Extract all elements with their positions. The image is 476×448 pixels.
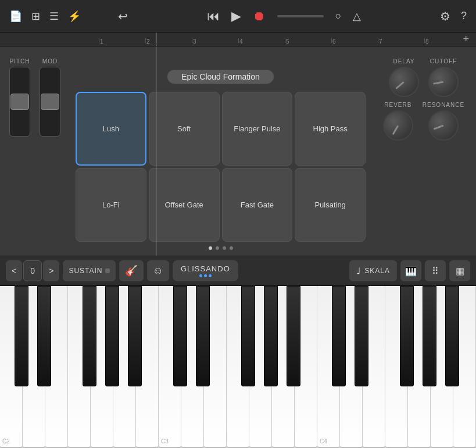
pad-lo-fi[interactable]: Lo-Fi	[76, 168, 146, 242]
pad-dot-1[interactable]	[209, 246, 212, 250]
pad-offset-gate[interactable]: Offset Gate	[149, 168, 220, 242]
black-key-3[interactable]	[105, 286, 119, 386]
black-key-1[interactable]	[37, 286, 51, 386]
octave-group: < 0 >	[6, 260, 59, 281]
pad-flanger-pulse[interactable]: Flanger Pulse	[222, 92, 293, 166]
delay-knob-group: DELAY	[389, 58, 419, 97]
pad-soft[interactable]: Soft	[149, 92, 220, 166]
knobs-top-row: DELAY CUTOFF	[378, 58, 469, 97]
chord-layout-button[interactable]: ⠿	[425, 260, 446, 281]
ruler-mark-6: 6	[331, 38, 378, 45]
add-track-button[interactable]: +	[460, 33, 471, 46]
black-key-13[interactable]	[423, 286, 436, 386]
sustain-button[interactable]: SUSTAIN	[63, 260, 115, 281]
mixer-button[interactable]: ⚡	[66, 8, 83, 25]
resonance-label: RESONANCE	[423, 102, 464, 108]
key-label-c2: C2	[2, 438, 10, 445]
pad-dot-3[interactable]	[223, 246, 226, 250]
glissando-dot-2	[204, 274, 207, 277]
key-label-c4: C4	[320, 438, 327, 445]
glissando-dot-1	[199, 274, 202, 277]
rewind-button[interactable]: ⏮	[205, 6, 222, 26]
knobs-panel: DELAY CUTOFF REVERB RESONANCE	[371, 46, 476, 256]
undo-button[interactable]: ↩	[116, 7, 130, 26]
glissando-dots	[199, 274, 212, 277]
reverb-knob[interactable]	[383, 110, 413, 141]
keyboard-section: C2 C3 C4	[0, 286, 476, 448]
key-label-c3: C3	[161, 438, 169, 445]
black-key-5[interactable]	[173, 286, 187, 386]
record-button[interactable]: ⏺	[250, 6, 268, 26]
sustain-indicator	[105, 268, 110, 273]
ruler-mark-3: 3	[192, 38, 238, 45]
pad-fast-gate[interactable]: Fast Gate	[222, 168, 293, 242]
glissando-label: GLISSANDO	[181, 264, 230, 273]
octave-next-button[interactable]: >	[43, 260, 59, 281]
play-button[interactable]: ▶	[229, 6, 244, 26]
black-key-4[interactable]	[128, 286, 141, 386]
black-key-14[interactable]	[445, 286, 459, 386]
delay-label: DELAY	[393, 58, 414, 64]
octave-value: 0	[23, 260, 42, 281]
skala-button[interactable]: ♩ SKALA	[349, 260, 397, 281]
ruler-mark-4: 4	[238, 38, 285, 45]
black-key-2[interactable]	[83, 286, 96, 386]
resonance-knob[interactable]	[428, 110, 459, 141]
resonance-knob-group: RESONANCE	[423, 102, 464, 141]
toolbar: 📄 ⊞ ☰ ⚡ ↩ ⏮ ▶ ⏺ ○ △ ⚙ ?	[0, 0, 476, 33]
black-key-10[interactable]	[332, 286, 345, 386]
pad-dot-2[interactable]	[216, 246, 219, 250]
settings-button[interactable]: ⚙	[438, 7, 453, 26]
preset-name: Epic Cloud Formation	[181, 72, 260, 81]
mod-thumb	[41, 94, 59, 110]
pad-lush[interactable]: Lush	[76, 92, 146, 166]
cycle-button[interactable]: ○	[333, 8, 344, 24]
black-key-7[interactable]	[241, 286, 255, 386]
main-area: PITCH MOD Epic Cloud Formation Lush Soft…	[0, 46, 476, 256]
black-key-6[interactable]	[196, 286, 209, 386]
cutoff-knob[interactable]	[428, 67, 459, 97]
keyboard-right-icons: 🎹 ⠿ ▦	[400, 260, 470, 281]
list-view-button[interactable]: ☰	[47, 8, 61, 25]
mod-slider-col: MOD	[40, 58, 60, 251]
knobs-bottom-row: REVERB RESONANCE	[378, 102, 469, 141]
metronome-button[interactable]: △	[350, 8, 363, 25]
octave-prev-button[interactable]: <	[6, 260, 22, 281]
timeline-ruler: 1 2 3 4 5 6 7 8 +	[0, 33, 476, 46]
keyboard-layout-button[interactable]: 🎹	[400, 260, 421, 281]
cutoff-label: CUTOFF	[430, 58, 457, 64]
tracks-view-button[interactable]: ⊞	[29, 8, 42, 25]
pad-high-pass[interactable]: High Pass	[295, 92, 366, 166]
black-key-12[interactable]	[400, 286, 413, 386]
piano-container: C2 C3 C4	[0, 286, 476, 448]
reverb-knob-group: REVERB	[383, 102, 413, 141]
pads-section: Epic Cloud Formation Lush Soft Flanger P…	[70, 46, 371, 256]
black-key-11[interactable]	[355, 286, 368, 386]
preset-name-bar: Epic Cloud Formation	[167, 70, 274, 84]
pitch-slider-col: PITCH	[9, 58, 30, 251]
ruler-mark-7: 7	[378, 38, 424, 45]
pad-dot-4[interactable]	[230, 246, 233, 250]
toolbar-left: 📄 ⊞ ☰ ⚡	[7, 8, 83, 25]
cutoff-knob-group: CUTOFF	[428, 58, 459, 97]
arpeggio-button[interactable]: ☺	[147, 260, 169, 281]
slider-group: PITCH MOD	[9, 58, 60, 251]
glissando-button[interactable]: GLISSANDO	[173, 260, 238, 281]
pitch-slider[interactable]	[9, 67, 30, 137]
mod-slider[interactable]	[40, 67, 60, 137]
black-key-9[interactable]	[287, 286, 300, 386]
pad-pulsating[interactable]: Pulsating	[295, 168, 366, 242]
black-key-8[interactable]	[264, 286, 277, 386]
black-key-0[interactable]	[15, 286, 28, 386]
glissando-dot-3	[209, 274, 212, 277]
chord-button[interactable]: 🎸	[119, 260, 144, 281]
delay-knob[interactable]	[389, 67, 419, 97]
new-document-button[interactable]: 📄	[7, 8, 24, 25]
toolbar-right: ⚙ ?	[438, 7, 469, 26]
pad-page-indicators	[209, 246, 233, 250]
help-button[interactable]: ?	[459, 8, 469, 24]
playhead-line-ruler	[156, 33, 156, 46]
toolbar-center: ⏮ ▶ ⏺ ○ △	[135, 6, 433, 26]
settings-layout-button[interactable]: ▦	[449, 260, 470, 281]
sustain-label: SUSTAIN	[69, 267, 102, 275]
